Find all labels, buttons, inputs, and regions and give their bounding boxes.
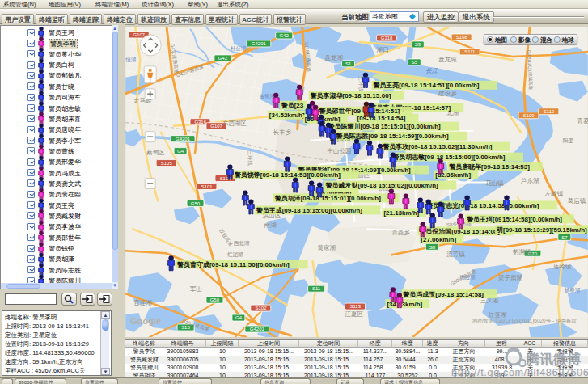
svg-text:S113: S113 [349,304,361,309]
svg-text:警员李玫[09-18 15:15:02][11.30km/h: 警员李玫[09-18 15:15:02][11.30km/h] [382,143,492,150]
svg-text:警员冯成玉[09-18 15:14:58]: 警员冯成玉[09-18 15:14:58] [402,291,484,298]
svg-text:S112: S112 [544,109,555,114]
svg-text:G107: G107 [210,124,222,129]
svg-text:S11: S11 [312,286,321,291]
svg-text:G4201: G4201 [176,137,191,141]
svg-text:警员李淑华[09-18 15:15:00]: 警员李淑华[09-18 15:15:00] [310,92,391,99]
svg-text:杜公湖: 杜公湖 [231,45,246,51]
svg-text:S105: S105 [161,161,173,166]
svg-text:西北湖: 西北湖 [233,240,249,247]
svg-text:青菱乡: 青菱乡 [577,117,588,124]
svg-text:15:14:58][0.00km/h]: 15:14:58][0.00km/h] [502,216,562,223]
svg-text:军山: 军山 [190,285,202,293]
svg-text:盘龙城: 盘龙城 [438,56,457,63]
svg-text:[34.52km/h]: [34.52km/h] [269,112,305,119]
svg-text:长江: 长江 [425,67,438,74]
svg-text:警员陈耀川[09-18 15:15:01][0.00km/h: 警员陈耀川[09-18 15:15:01][0.00km/h] [328,123,441,130]
svg-text:地图数据 ©2013 GS(2011)6020号 - 使用条: 地图数据 ©2013 GS(2011)6020号 - 使用条款 [472,318,577,324]
svg-text:明[09-18 15:13:29][59.15km/h]: 明[09-18 15:13:29][59.15km/h] [497,226,587,234]
svg-text:S5: S5 [412,60,418,65]
svg-text:警员陈志胜[09-18 15:14:59][0.00km/h: 警员陈志胜[09-18 15:14:59][0.00km/h] [336,133,449,140]
svg-text:地图: 地图 [494,36,507,44]
svg-text:杨桥湖: 杨桥湖 [564,287,580,293]
svg-text:蔡甸区: 蔡甸区 [146,149,165,156]
svg-text:恒湖: 恒湖 [125,57,136,62]
svg-text:警员臧发财[09-18 15:15:02][0.00km/h: 警员臧发财[09-18 15:15:02][0.00km/h] [325,182,438,189]
svg-text:东西湖区: 东西湖区 [222,120,247,127]
svg-text:黄家湖: 黄家湖 [318,244,336,251]
svg-text:S15: S15 [181,325,190,330]
svg-text:南湖: 南湖 [264,222,277,229]
svg-text:地球: 地球 [561,36,574,44]
svg-text:G318: G318 [381,36,393,40]
svg-text:混合: 混合 [540,36,552,44]
svg-text:建设乡: 建设乡 [438,90,457,97]
svg-text:G316: G316 [194,120,206,124]
svg-text:三环线: 三环线 [247,150,253,167]
svg-text:G4201: G4201 [250,327,265,331]
svg-text:盘龙湖: 盘龙湖 [325,54,343,61]
svg-text:左岭镇: 左岭镇 [545,190,564,197]
svg-text:S101: S101 [201,184,214,189]
svg-text:流芳镇: 流芳镇 [446,251,465,258]
svg-text:警员曹守成[09-18 15:11:50][0.00km/h: 警员曹守成[09-18 15:11:50][0.00km/h] [176,261,290,268]
svg-text:阳逻: 阳逻 [563,137,573,144]
svg-text:江夏区: 江夏区 [345,310,364,318]
svg-text:G42: G42 [279,33,289,38]
svg-text:S111: S111 [464,49,476,54]
svg-text:[27.06km/h]: [27.06km/h] [421,236,456,243]
svg-text:葛店镇: 葛店镇 [568,197,586,205]
svg-text:[82.36km/h]: [82.36km/h] [435,171,471,179]
svg-text:青菱乡: 青菱乡 [391,229,410,236]
svg-text:Google: Google [130,316,161,326]
svg-text:豹澥镇: 豹澥镇 [513,248,531,255]
svg-text:影像: 影像 [518,36,531,44]
svg-text:警员胡志敏[09-18 15:15:00][0.00km/h: 警员胡志敏[09-18 15:15:00][0.00km/h] [391,154,505,161]
svg-text:庙岭镇: 庙岭镇 [553,263,572,270]
svg-text:警员[23: 警员[23 [281,102,304,109]
svg-text:中山公园: 中山公园 [328,147,352,154]
svg-text:G107: G107 [133,32,146,37]
svg-text:警员王成[09-18 15:15:00][0.00km/h]: 警员王成[09-18 15:15:00][0.00km/h] [256,207,362,214]
svg-text:警员王珂[09-: 警员王珂[09- [466,216,504,223]
svg-text:G50: G50 [210,297,220,302]
svg-text:警员唐晓年[09-18 15:14:53]: 警员唐晓年[09-18 15:14:53] [448,163,530,171]
svg-text:警员胡泽[09-18 15:15:01][0.00km/h]: 警员胡泽[09-18 15:15:01][0.00km/h] [274,195,381,202]
svg-text:警员饶铮[09-18 15:14:53][0.00km/h]: 警员饶铮[09-18 15:14:53][0.00km/h] [234,171,341,179]
svg-text:G4: G4 [177,149,184,154]
svg-text:S102: S102 [256,306,268,310]
svg-text:烂泥湖: 烂泥湖 [227,251,243,258]
svg-text:S3: S3 [415,42,421,47]
svg-text:芦东湖: 芦东湖 [521,177,539,184]
svg-text:S108: S108 [456,35,468,40]
svg-text:官莲湖: 官莲湖 [133,299,151,306]
svg-text:G4201: G4201 [252,41,267,46]
svg-text:花山镇: 花山镇 [485,179,504,187]
svg-text:长丰乡: 长丰乡 [273,129,292,136]
svg-text:湖口: 湖口 [376,46,388,53]
svg-text:梁子后湖: 梁子后湖 [498,274,522,281]
svg-text:[21.13km/h]: [21.13km/h] [383,209,419,217]
svg-text:G4: G4 [235,315,243,320]
svg-text:S109: S109 [523,113,535,118]
svg-text:S1: S1 [345,61,352,66]
svg-text:S7: S7 [561,235,568,240]
svg-text:G42: G42 [218,56,228,61]
svg-text:警员王亮[09-18 15:14:51][0.00km/h]: 警员王亮[09-18 15:14:51][0.00km/h] [372,81,479,89]
svg-text:S8: S8 [429,245,436,250]
svg-text:G50: G50 [191,201,201,206]
